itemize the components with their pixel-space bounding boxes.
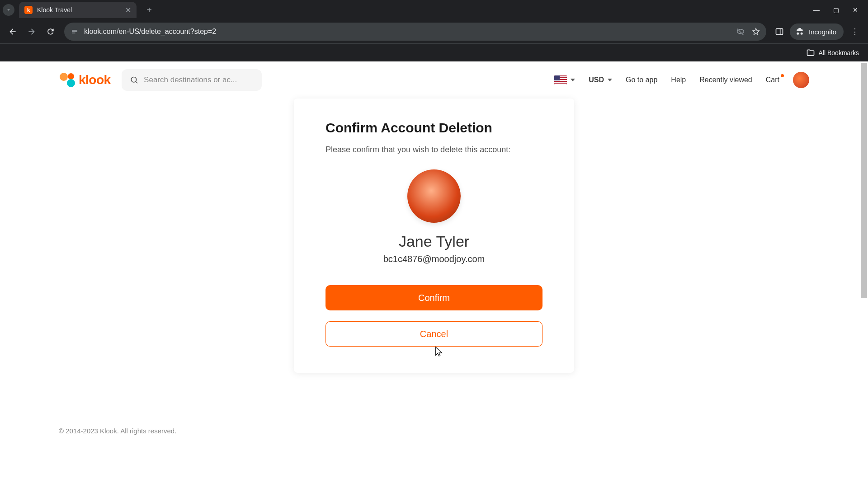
cart-badge — [781, 74, 784, 77]
search-input[interactable] — [144, 75, 254, 84]
address-bar[interactable]: klook.com/en-US/delete_account?step=2 — [64, 23, 766, 41]
cancel-button[interactable]: Cancel — [326, 321, 542, 347]
cart-label: Cart — [766, 76, 779, 84]
chevron-down-icon — [608, 79, 612, 81]
site-settings-icon[interactable] — [71, 28, 79, 36]
language-selector[interactable] — [554, 75, 575, 84]
bookmark-star-icon[interactable] — [752, 28, 760, 36]
svg-rect-0 — [776, 28, 783, 34]
side-panel-button[interactable] — [772, 24, 787, 39]
minimize-button[interactable]: ― — [813, 6, 820, 14]
card-description: Please confirm that you wish to delete t… — [326, 144, 542, 156]
user-avatar-menu[interactable] — [793, 72, 809, 88]
go-to-app-link[interactable]: Go to app — [626, 76, 657, 84]
back-button[interactable] — [5, 23, 21, 40]
currency-label: USD — [589, 76, 604, 84]
search-box[interactable] — [122, 69, 262, 91]
tab-favicon: k — [24, 6, 33, 14]
new-tab-button[interactable]: + — [143, 4, 156, 16]
card-title: Confirm Account Deletion — [326, 120, 542, 136]
user-avatar-image — [407, 169, 461, 223]
page-viewport: klook USD Go to app Help Recently viewed… — [0, 61, 868, 488]
chevron-down-icon — [571, 79, 575, 81]
incognito-label: Incognito — [809, 28, 836, 36]
maximize-button[interactable]: ▢ — [833, 6, 839, 14]
search-icon — [130, 75, 138, 85]
browser-chrome: k Klook Travel ✕ + ― ▢ ✕ klook.com/en-US… — [0, 0, 868, 61]
confirm-button[interactable]: Confirm — [326, 285, 542, 310]
logo-mark-icon — [59, 71, 76, 89]
svg-line-3 — [136, 82, 137, 84]
browser-toolbar: klook.com/en-US/delete_account?step=2 In… — [0, 20, 868, 43]
us-flag-icon — [554, 75, 567, 84]
cart-link[interactable]: Cart — [766, 76, 779, 84]
user-email: bc1c4876@moodjoy.com — [326, 254, 542, 264]
all-bookmarks-label: All Bookmarks — [819, 49, 859, 56]
currency-selector[interactable]: USD — [589, 76, 612, 84]
user-block: Jane Tyler bc1c4876@moodjoy.com — [326, 169, 542, 264]
site-header: klook USD Go to app Help Recently viewed… — [0, 61, 868, 99]
browser-menu-button[interactable]: ⋮ — [846, 27, 863, 37]
tab-search-button[interactable] — [3, 4, 14, 16]
reload-button[interactable] — [42, 23, 59, 40]
confirm-deletion-card: Confirm Account Deletion Please confirm … — [294, 99, 574, 373]
incognito-icon — [795, 27, 804, 36]
tab-title: Klook Travel — [37, 6, 120, 14]
incognito-indicator[interactable]: Incognito — [790, 23, 844, 40]
header-right: USD Go to app Help Recently viewed Cart — [554, 72, 809, 88]
url-text: klook.com/en-US/delete_account?step=2 — [84, 28, 731, 36]
logo[interactable]: klook — [59, 71, 111, 89]
hidden-eye-icon[interactable] — [736, 28, 745, 36]
help-link[interactable]: Help — [671, 76, 686, 84]
all-bookmarks-button[interactable]: All Bookmarks — [806, 48, 859, 57]
forward-button[interactable] — [24, 23, 40, 40]
tab-close-button[interactable]: ✕ — [125, 6, 131, 14]
footer-copyright: © 2014-2023 Klook. All rights reserved. — [0, 373, 868, 435]
close-window-button[interactable]: ✕ — [853, 6, 858, 14]
recently-viewed-link[interactable]: Recently viewed — [699, 76, 752, 84]
logo-text: klook — [79, 73, 111, 87]
scrollbar-thumb[interactable] — [861, 63, 867, 298]
tab-strip: k Klook Travel ✕ + ― ▢ ✕ — [0, 0, 868, 20]
svg-point-2 — [131, 77, 136, 82]
window-controls: ― ▢ ✕ — [813, 6, 868, 14]
browser-tab[interactable]: k Klook Travel ✕ — [19, 2, 137, 18]
folder-icon — [806, 48, 815, 57]
user-name: Jane Tyler — [326, 233, 542, 250]
bookmarks-bar: All Bookmarks — [0, 43, 868, 61]
